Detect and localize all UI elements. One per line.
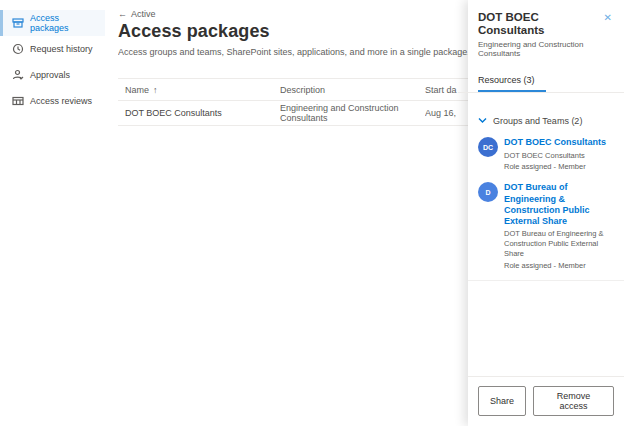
remove-access-button[interactable]: Remove access [533, 386, 614, 416]
resource-role: Role assigned - Member [504, 261, 614, 270]
column-header-name[interactable]: Name↑ [118, 85, 280, 95]
page-title: Access packages [118, 21, 270, 42]
sidebar: Access packages Request history Approval… [0, 0, 105, 426]
resource-subtitle: DOT Bureau of Engineering & Construction… [504, 229, 614, 258]
resource-subtitle: DOT BOEC Consultants [504, 151, 606, 161]
column-header-description[interactable]: Description [280, 85, 425, 95]
sidebar-item-request-history[interactable]: Request history [0, 36, 105, 62]
details-panel: DOT BOEC Consultants ✕ Engineering and C… [468, 0, 624, 426]
sidebar-item-access-packages[interactable]: Access packages [0, 10, 105, 36]
panel-footer: Share Remove access [468, 376, 624, 426]
sidebar-item-label: Access reviews [30, 96, 92, 106]
reviews-icon [12, 95, 24, 107]
chevron-down-icon [478, 116, 487, 126]
panel-title: DOT BOEC Consultants [478, 11, 602, 36]
panel-subtitle: Engineering and Construction Consultants [478, 40, 614, 58]
close-icon[interactable]: ✕ [602, 11, 614, 25]
share-button[interactable]: Share [478, 386, 526, 416]
package-icon [12, 17, 24, 29]
tab-resources[interactable]: Resources (3) [478, 75, 546, 92]
sidebar-item-label: Request history [30, 44, 93, 54]
sidebar-item-label: Access packages [30, 13, 99, 33]
back-link-label: Active [131, 9, 156, 19]
resource-role: Role assigned - Member [504, 162, 606, 171]
back-to-active-link[interactable]: ← Active [118, 9, 156, 19]
groups-and-teams-section-toggle[interactable]: Groups and Teams (2) [478, 116, 614, 126]
cell-package-description: Engineering and Construction Consultants [280, 103, 425, 123]
cell-package-name[interactable]: DOT BOEC Consultants [118, 108, 280, 118]
back-arrow-icon: ← [118, 9, 127, 19]
sidebar-item-approvals[interactable]: Approvals [0, 62, 105, 88]
resource-item: DC DOT BOEC Consultants DOT BOEC Consult… [478, 137, 614, 171]
avatar: DC [478, 137, 498, 157]
sidebar-item-access-reviews[interactable]: Access reviews [0, 88, 105, 114]
divider [468, 280, 624, 281]
section-label: Groups and Teams (2) [493, 116, 582, 126]
avatar: D [478, 182, 498, 202]
resource-link[interactable]: DOT BOEC Consultants [504, 137, 606, 148]
person-icon [12, 69, 24, 81]
sidebar-item-label: Approvals [30, 70, 70, 80]
resource-link[interactable]: DOT Bureau of Engineering & Construction… [504, 182, 614, 227]
resource-item: D DOT Bureau of Engineering & Constructi… [478, 182, 614, 269]
sort-ascending-icon: ↑ [153, 85, 158, 95]
history-icon [12, 43, 24, 55]
